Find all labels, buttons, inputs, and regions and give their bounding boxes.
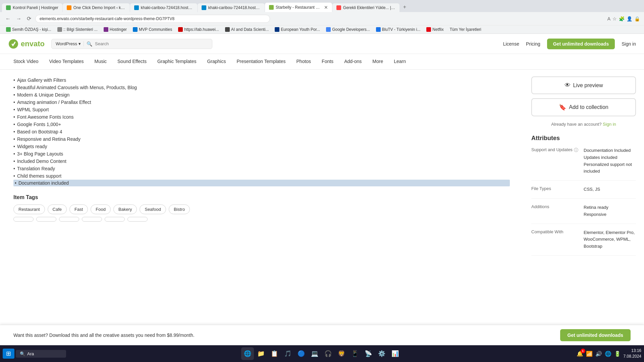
add-to-collection-button[interactable]: 🔖 Add to collection (531, 98, 636, 116)
header-search-bar[interactable]: WordPress ▾ 🔍 (51, 39, 212, 49)
tab-close-icon[interactable]: ✕ (324, 5, 328, 10)
list-item: Google Fonts 1,000+ (13, 121, 510, 128)
tag-extra-4[interactable] (82, 217, 102, 222)
tag-bakery[interactable]: Bakery (113, 204, 137, 214)
sign-in-button[interactable]: Sign in (622, 41, 636, 47)
attribute-value-compatible: Elementor, Elementor Pro, WooCommerce, W… (584, 229, 636, 250)
vpn-icon[interactable]: 🔒 (634, 16, 640, 21)
bookmark-label: Semih ÖZDAŞ - kişi... (12, 27, 51, 32)
profile-icon[interactable]: 👤 (627, 16, 632, 21)
site-header: envato WordPress ▾ 🔍 License Pricing Get… (0, 34, 644, 54)
nav-graphic-templates[interactable]: Graphic Templates (152, 54, 202, 69)
nav-presentation-templates[interactable]: Presentation Templates (231, 54, 291, 69)
bookmark-label: AI and Data Scienti... (231, 27, 269, 32)
attribute-value-filetypes: CSS, JS (584, 186, 636, 193)
tag-bistro[interactable]: Bistro (169, 204, 190, 214)
translate-icon[interactable]: A (607, 16, 610, 21)
tag-extra-3[interactable] (59, 217, 79, 222)
list-item: 3+ Blog Page Layouts (13, 150, 510, 158)
forward-button[interactable]: → (15, 14, 23, 23)
tab-favicon (134, 5, 139, 10)
main-content: Ajax Gallery with Filters Beautiful Anim… (0, 70, 644, 268)
nav-fonts[interactable]: Fonts (316, 54, 339, 69)
reload-button[interactable]: ⟳ (25, 14, 33, 23)
tag-restaurant[interactable]: Restaurant (13, 204, 45, 214)
license-link[interactable]: License (503, 41, 519, 47)
bookmark-favicon (225, 27, 230, 32)
live-preview-button[interactable]: 👁 Live preview (531, 76, 636, 94)
bookmark-favicon (57, 27, 62, 32)
envato-logo[interactable]: envato (8, 39, 45, 49)
item-tags-section: Item Tags Restaurant Cafe Fast Food Bake… (13, 194, 510, 222)
tag-extra-1[interactable] (13, 217, 34, 222)
tab-4[interactable]: khaki-caribou-724418.hostin... (198, 3, 265, 12)
info-icon[interactable]: ⓘ (574, 147, 578, 153)
tags-row-2 (13, 217, 510, 222)
tab-2[interactable]: One Click Demo Import ‹ kha... (63, 3, 130, 12)
tab-label: khaki-caribou-724418.hostin... (141, 5, 193, 10)
attribute-label-filetypes: File Types (531, 186, 578, 193)
tag-extra-5[interactable] (105, 217, 125, 222)
search-category-dropdown[interactable]: WordPress ▾ (56, 41, 84, 46)
bookmark-favicon (275, 27, 279, 32)
search-input[interactable] (95, 41, 208, 46)
bookmark-netflix[interactable]: Netflix (424, 26, 445, 33)
sign-in-link[interactable]: Sign in (603, 122, 616, 127)
attribute-row-filetypes: File Types CSS, JS (531, 186, 636, 199)
tab-1[interactable]: Kontrol Paneli | Hostinger (2, 3, 62, 12)
tag-cafe[interactable]: Cafe (48, 204, 67, 214)
nav-more[interactable]: More (367, 54, 388, 69)
nav-photos[interactable]: Photos (291, 54, 317, 69)
tab-3[interactable]: khaki-caribou-724418.hostin... (130, 3, 197, 12)
bookmark-icon[interactable]: ☆ (612, 16, 617, 21)
bookmark-label: BluTV - Türkiyenin i... (382, 27, 420, 32)
nav-graphics[interactable]: Graphics (202, 54, 231, 69)
nav-music[interactable]: Music (89, 54, 112, 69)
envato-site: envato WordPress ▾ 🔍 License Pricing Get… (0, 34, 644, 268)
tag-extra-2[interactable] (36, 217, 56, 222)
get-unlimited-button[interactable]: Get unlimited downloads (547, 39, 615, 49)
nav-stock-video[interactable]: Stock Video (8, 54, 44, 69)
right-panel: 👁 Live preview 🔖 Add to collection Alrea… (531, 76, 636, 256)
chevron-down-icon: ▾ (78, 41, 81, 46)
list-item: Modern & Unique Design (13, 91, 510, 99)
bookmark-blutv[interactable]: BluTV - Türkiyenin i... (374, 26, 422, 33)
address-bar[interactable]: elements.envato.com/starbelly-restaurant… (35, 15, 270, 23)
nav-sound-effects[interactable]: Sound Effects (112, 54, 152, 69)
bookmark-favicon (133, 27, 138, 32)
back-button[interactable]: ← (4, 14, 12, 23)
tag-food[interactable]: Food (91, 204, 111, 214)
bookmark-ai[interactable]: AI and Data Scienti... (223, 26, 271, 33)
attribute-label-additions: Additions (531, 204, 578, 218)
bookmark-eyp[interactable]: European Youth Por... (273, 26, 322, 33)
extensions-icon[interactable]: 🧩 (619, 16, 625, 21)
tag-fast[interactable]: Fast (69, 204, 88, 214)
bookmark-all[interactable]: Tüm Yer İşaretleri (448, 26, 483, 33)
bookmark-bilgi[interactable]: :: Bilgi Sistemleri ... (55, 26, 100, 33)
bookmark-google-dev[interactable]: Google Developers... (324, 26, 372, 33)
content-left: Ajax Gallery with Filters Beautiful Anim… (0, 70, 523, 268)
address-bar-icons: A ☆ 🧩 👤 🔒 (607, 16, 640, 21)
list-item: Child themes support (13, 172, 510, 180)
tab-6[interactable]: Gerekli Eklentileri Yükle... | Si... (332, 3, 399, 12)
tag-extra-6[interactable] (127, 217, 148, 222)
nav-video-templates[interactable]: Video Templates (44, 54, 89, 69)
pricing-link[interactable]: Pricing (526, 41, 540, 47)
nav-addons[interactable]: Add-ons (339, 54, 367, 69)
list-item-highlighted: Documentation included (13, 180, 510, 186)
browser-tabs: Kontrol Paneli | Hostinger One Click Dem… (0, 0, 644, 12)
tab-favicon (67, 5, 71, 10)
tab-5-active[interactable]: Starbelly - Restaurant &... ✕ (265, 3, 332, 12)
list-item: Font Awesome Fonts Icons (13, 113, 510, 121)
bookmark-hostinger[interactable]: Hostinger (102, 26, 129, 33)
nav-learn[interactable]: Learn (388, 54, 411, 69)
tab-favicon (269, 5, 274, 10)
bookmark-mvp[interactable]: MVP Communities (131, 26, 174, 33)
bookmark-huawei[interactable]: https://lab.huawei... (176, 26, 221, 33)
new-tab-button[interactable]: + (400, 2, 410, 12)
bookmark-semih[interactable]: Semih ÖZDAŞ - kişi... (4, 26, 53, 33)
bookmark-label: MVP Communities (139, 27, 172, 32)
attribute-row-compatible: Compatible With Elementor, Elementor Pro… (531, 229, 636, 256)
tag-seafood[interactable]: Seafood (140, 204, 166, 214)
bookmark-label: Google Developers... (332, 27, 370, 32)
